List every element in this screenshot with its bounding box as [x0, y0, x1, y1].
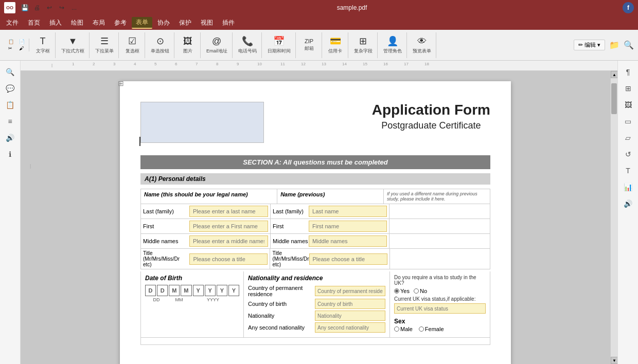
datetime-label: 日期和时间	[268, 48, 291, 54]
vertical-scrollbar[interactable]: ▲ ▼	[610, 71, 617, 364]
no-label: No	[420, 288, 427, 294]
rs-image-icon[interactable]: 🖼	[621, 98, 635, 112]
dob-m1[interactable]: M	[169, 285, 180, 296]
print-button[interactable]: 🖨	[32, 3, 42, 13]
image-button[interactable]: 🖼 图片	[178, 32, 198, 58]
first-input[interactable]	[189, 221, 268, 232]
scroll-up-button[interactable]: ▲	[611, 71, 617, 78]
menu-plugin[interactable]: 插件	[218, 17, 239, 28]
last-family-input[interactable]	[189, 206, 268, 217]
menu-insert[interactable]: 插入	[45, 17, 66, 28]
document-area[interactable]: | ⊞ Applicat	[21, 71, 610, 364]
clipboard-buttons: 📋 ✂	[6, 39, 16, 51]
credit-button[interactable]: 💳 信用卡	[325, 32, 346, 58]
text-field-button[interactable]: T 文字框	[32, 32, 53, 58]
menu-draw[interactable]: 绘图	[67, 17, 87, 28]
country-perm-input[interactable]	[315, 286, 385, 296]
rs-chart-icon[interactable]: 📊	[621, 180, 635, 194]
yes-label: Yes	[400, 288, 410, 294]
menu-form[interactable]: 表单	[132, 17, 152, 29]
dob-y3[interactable]: Y	[217, 285, 227, 296]
menu-protect[interactable]: 保护	[175, 17, 196, 28]
datetime-button[interactable]: 📅 日期和时间	[265, 32, 293, 58]
checkbox-button[interactable]: ☑ 复选框	[122, 32, 143, 58]
uk-visa-input[interactable]	[394, 303, 486, 314]
ruler-mark-7: 7	[196, 62, 198, 66]
menu-file[interactable]: 文件	[2, 17, 23, 28]
middle-input[interactable]	[189, 235, 268, 247]
redo-button[interactable]: ↪	[57, 3, 67, 13]
no-radio[interactable]: No	[414, 288, 427, 294]
menu-home[interactable]: 首页	[24, 17, 44, 28]
zip-button[interactable]: ZIP 邮箱	[299, 32, 320, 58]
yes-radio[interactable]: Yes	[394, 288, 410, 294]
menu-view[interactable]: 视图	[197, 17, 217, 28]
undo-button[interactable]: ↩	[44, 3, 55, 13]
country-birth-input[interactable]	[315, 299, 385, 309]
sidebar-comment-icon[interactable]: 💬	[3, 81, 17, 96]
phone-button[interactable]: 📞 电话号码	[236, 32, 259, 58]
table-expand-icon[interactable]: ⊞	[118, 79, 124, 87]
complex-icon: ⊞	[359, 35, 367, 47]
first-prev-input[interactable]	[309, 221, 387, 232]
dob-y4[interactable]: Y	[228, 285, 239, 296]
rs-table-icon[interactable]: ⊞	[621, 81, 635, 96]
dob-d2[interactable]: D	[157, 285, 168, 296]
radio-button-btn[interactable]: ⊙ 单选按钮	[148, 32, 172, 58]
complex-button[interactable]: ⊞ 复杂字段	[351, 32, 375, 58]
dropdown-menu-button[interactable]: ☰ 下拉菜单	[93, 32, 116, 58]
scroll-track[interactable]	[611, 78, 617, 357]
rs-audio-icon[interactable]: 🔊	[621, 196, 635, 211]
female-radio-circle	[419, 326, 424, 332]
menu-bar: 文件 首页 插入 绘图 布局 参考 表单 协办 保护 视图 插件	[0, 15, 638, 30]
name-col2-header: Name (previous)	[277, 189, 384, 204]
female-radio[interactable]: Female	[419, 326, 444, 332]
more-button[interactable]: ...	[69, 3, 79, 13]
cut-button[interactable]: ✂	[6, 45, 16, 51]
visa-radio-row: Yes No	[394, 288, 486, 294]
format-paint-button[interactable]: 🖌	[17, 45, 27, 51]
toolbar-checkbox: ☑ 复选框	[120, 32, 145, 58]
male-radio[interactable]: Male	[394, 326, 413, 332]
menu-layout[interactable]: 布局	[88, 17, 109, 28]
rs-text-icon[interactable]: T	[621, 163, 635, 178]
dob-y2[interactable]: Y	[205, 285, 216, 296]
toolbar: 📋 ✂ 📄 🖌 T 文字框 ▼ 下拉式方框 ☰ 下拉菜单 ☑ 复选框	[0, 30, 638, 61]
sidebar-info-icon[interactable]: ℹ	[3, 147, 17, 161]
copy-button[interactable]: 📄	[17, 39, 27, 45]
save-button[interactable]: 💾	[20, 3, 30, 13]
rs-rotate-icon[interactable]: ↺	[621, 147, 635, 161]
menu-collaborate[interactable]: 协办	[153, 17, 174, 28]
email-button[interactable]: @ Email地址	[204, 32, 230, 58]
sidebar-search-icon[interactable]: 🔍	[3, 65, 17, 79]
sidebar-speaker-icon[interactable]: 🔊	[3, 131, 17, 145]
sidebar-clipboard-icon[interactable]: 📋	[3, 98, 17, 112]
dob-d1[interactable]: D	[145, 285, 156, 296]
menu-reference[interactable]: 参考	[110, 17, 131, 28]
search-icon[interactable]: 🔍	[624, 40, 634, 50]
rs-oval-icon[interactable]: ▱	[621, 131, 635, 145]
paste-button[interactable]: 📋	[6, 39, 16, 45]
dropdown-field-button[interactable]: ▼ 下拉式方框	[59, 32, 87, 58]
middle-prev-input[interactable]	[309, 235, 387, 247]
country-perm-row: Country of permanent residence	[248, 285, 385, 297]
scroll-thumb[interactable]	[611, 83, 617, 114]
rs-paragraph-icon[interactable]: ¶	[621, 65, 635, 79]
manage-role-button[interactable]: 👤 管理角色	[381, 32, 404, 58]
preview-button[interactable]: 👁 预览表单	[410, 32, 434, 58]
rs-shape-icon[interactable]: ▭	[621, 114, 635, 129]
save-to-icon[interactable]: 📁	[609, 40, 619, 50]
sidebar-list-icon[interactable]: ≡	[3, 114, 17, 129]
scroll-down-button[interactable]: ▼	[611, 357, 617, 364]
title-input[interactable]	[189, 253, 268, 265]
dob-m2[interactable]: M	[181, 285, 191, 296]
nationality-input[interactable]	[315, 311, 385, 321]
datetime-icon: 📅	[273, 35, 285, 47]
last-prev-input[interactable]	[309, 206, 387, 217]
edit-dropdown[interactable]: ✏ 编辑 ▾	[574, 40, 605, 50]
first-row: First First	[140, 219, 490, 233]
dob-label: Date of Birth	[145, 275, 239, 282]
dob-y1[interactable]: Y	[193, 285, 204, 296]
second-nationality-input[interactable]	[315, 322, 385, 333]
title-prev-input[interactable]	[309, 253, 387, 265]
